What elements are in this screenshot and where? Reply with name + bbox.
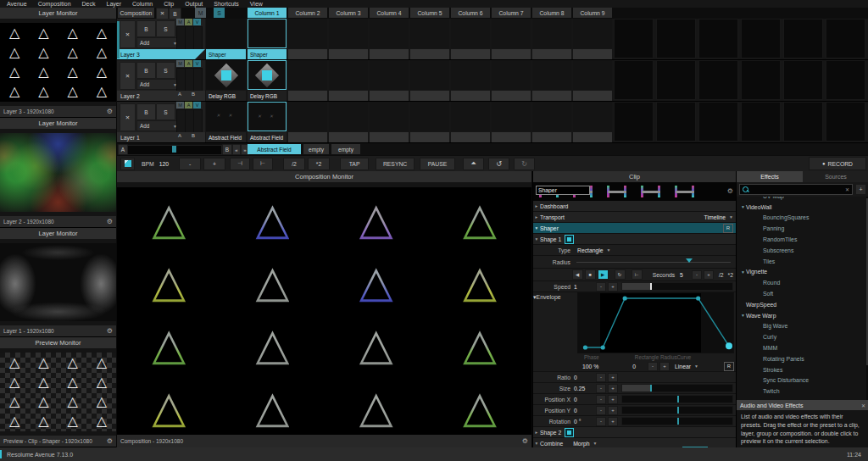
beat-sync-pad[interactable] (120, 158, 135, 170)
layer-v-fader[interactable] (193, 68, 203, 92)
effect-item-vignette[interactable]: ▼Vignette (737, 267, 865, 278)
clip-cell-empty[interactable] (492, 60, 531, 101)
envelope-point[interactable] (696, 296, 700, 300)
search-input[interactable]: ✕ (739, 184, 853, 195)
expanded-arrow-icon[interactable]: ▾ (533, 225, 540, 230)
effect-item-rotating-panels[interactable]: Rotating Panels (737, 353, 865, 364)
layers-scrollbar[interactable] (117, 21, 120, 58)
layer-active-clip-preview[interactable]: Shaper (206, 19, 246, 59)
clip-cell-active[interactable]: Shaper (248, 19, 287, 59)
speed-slider[interactable] (621, 282, 733, 291)
menu-deck[interactable]: Deck (82, 1, 96, 7)
metronome-icon[interactable]: ⏶ (463, 158, 484, 170)
param-slider[interactable] (621, 417, 733, 425)
radius-marker[interactable] (686, 258, 693, 263)
clip-cell-empty[interactable] (573, 60, 612, 101)
clip-cell-empty[interactable] (370, 60, 409, 101)
slider-handle[interactable] (650, 385, 652, 392)
param-decrease-button[interactable]: - (596, 417, 606, 426)
layer-solo-button[interactable]: S (156, 20, 175, 37)
clip-cell-empty[interactable] (410, 19, 449, 59)
speed-decrease-button[interactable]: - (596, 282, 606, 292)
deck-tab-2[interactable]: empty (303, 144, 329, 154)
bpm-decrease-button[interactable]: - (179, 158, 201, 170)
composition-close-button[interactable]: ✕ (156, 8, 169, 19)
deck-tab-1[interactable]: Abstract Field (248, 144, 301, 154)
shape2-row[interactable]: ▸ Shape 2 (533, 427, 736, 438)
clip-cell-ghost[interactable] (783, 19, 823, 58)
env-play-button[interactable]: ▶ (598, 269, 609, 280)
param-value[interactable]: 0 ° (574, 419, 596, 425)
clip-cell-empty[interactable] (573, 19, 612, 59)
curve-decrease-button[interactable]: - (648, 362, 658, 371)
param-increase-button[interactable]: + (608, 417, 618, 426)
clip-cell-ghost[interactable] (783, 102, 823, 142)
effect-item-mmm[interactable]: MMM (737, 342, 865, 353)
layer-bypass-button[interactable]: B (136, 103, 156, 120)
clip-cell-empty[interactable] (329, 19, 368, 59)
expanded-arrow-icon[interactable]: ▾ (533, 441, 540, 446)
seconds-decrease-button[interactable]: - (692, 270, 702, 280)
param-decrease-button[interactable]: - (596, 395, 606, 404)
effect-item-tiles[interactable]: Tiles (737, 256, 865, 267)
clip-cell-empty[interactable] (492, 19, 531, 59)
gear-icon[interactable]: ⚙ (107, 437, 113, 445)
crossfader-b-button[interactable]: B (222, 144, 232, 155)
combine-dropdown[interactable]: Morph▼ (573, 441, 597, 447)
menu-column[interactable]: Column (132, 1, 153, 7)
slider-handle[interactable] (677, 418, 679, 425)
clip-cell-empty[interactable] (492, 102, 531, 142)
clip-cell-empty[interactable] (573, 102, 612, 142)
effect-item-strokes[interactable]: Strokes (737, 364, 865, 375)
transport-mode-dropdown[interactable]: Timeline▼ (704, 214, 733, 220)
clip-cell-empty[interactable] (451, 19, 490, 59)
column-tab-5[interactable]: Column 5 (410, 8, 449, 18)
effect-item-big-wave[interactable]: Big Wave (737, 321, 865, 332)
effect-item-videowall[interactable]: ▼VideoWall (737, 202, 865, 213)
env-loop-mode-button[interactable]: ↻ (615, 269, 626, 280)
clip-cell-ghost[interactable] (614, 19, 654, 58)
layer-v-button[interactable]: V (193, 102, 201, 108)
effect-item-warpspeed[interactable]: WarpSpeed (737, 299, 865, 310)
layer-solo-button[interactable]: S (156, 62, 175, 79)
envelope-point[interactable] (583, 345, 587, 349)
nudge-down-button[interactable]: ⊣ (230, 158, 250, 170)
layer-active-clip-preview[interactable]: Delay RGB (206, 60, 246, 101)
clip-cell-empty[interactable] (410, 102, 449, 142)
gear-icon[interactable]: ⚙ (107, 218, 113, 225)
effect-item-wave-warp[interactable]: ▼Wave Warp (737, 310, 865, 321)
column-tab-1[interactable]: Column 1 (248, 8, 287, 18)
layer-blend-dropdown[interactable]: Add▼ (136, 120, 181, 131)
param-slider[interactable] (621, 384, 733, 392)
envelope-point[interactable] (623, 296, 627, 300)
layer-b-assign[interactable]: B (192, 133, 195, 138)
env-pingpong-button[interactable]: ⊢ (632, 269, 643, 280)
param-value[interactable]: 0 (574, 408, 596, 414)
dashboard-row[interactable]: ▸ Dashboard (533, 201, 736, 212)
layer-active-clip-preview[interactable]: ✕ ✕Abstract Field (206, 102, 246, 142)
clip-cell-ghost[interactable] (614, 60, 654, 100)
clip-cell-empty[interactable] (288, 102, 327, 142)
clip-cell-empty[interactable] (410, 60, 449, 101)
seconds-increase-button[interactable]: + (704, 270, 714, 280)
collapsed-arrow-icon[interactable]: ▸ (533, 214, 540, 219)
gear-icon[interactable]: ⚙ (727, 187, 733, 195)
composition-m-button[interactable]: M (195, 8, 206, 18)
clip-cell-empty[interactable] (370, 19, 409, 59)
clip-cell-ghost[interactable] (656, 19, 696, 58)
layer-v-button[interactable]: V (193, 19, 201, 25)
clip-cell-ghost[interactable] (826, 19, 865, 58)
layer-eject-button[interactable]: ✕ (120, 62, 136, 90)
clip-cell-empty[interactable] (329, 60, 368, 101)
slider-handle[interactable] (677, 407, 679, 414)
menu-shortcuts[interactable]: Shortcuts (214, 1, 239, 7)
clip-cell-ghost[interactable] (698, 60, 738, 100)
layer-eject-button[interactable]: ✕ (120, 103, 136, 131)
tab-sources[interactable]: Sources (803, 171, 868, 182)
shaper-effect-row[interactable]: ▾ Shaper R (533, 223, 736, 234)
column-tab-7[interactable]: Column 7 (492, 8, 531, 18)
param-increase-button[interactable]: + (608, 384, 618, 393)
clip-cell-ghost[interactable] (741, 60, 781, 100)
layer-bypass-button[interactable]: B (136, 20, 156, 37)
transport-row[interactable]: ▸ Transport Timeline▼ (533, 212, 736, 223)
